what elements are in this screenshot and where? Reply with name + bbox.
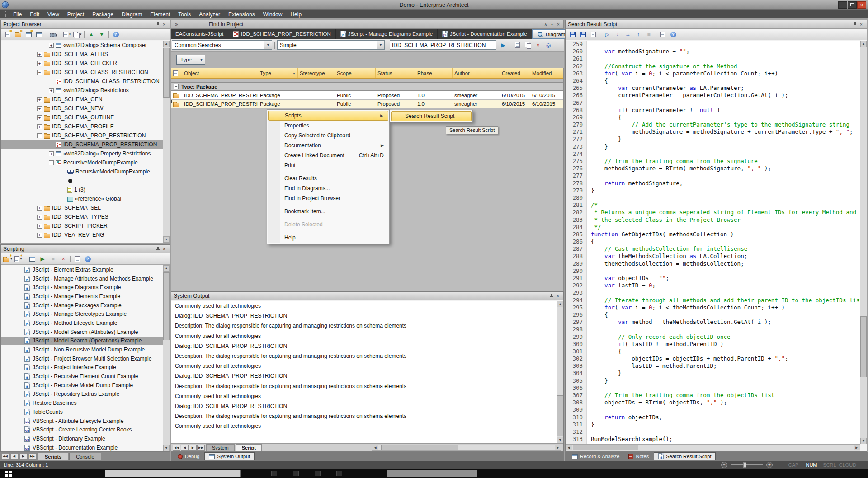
group-by-chip[interactable]: Type ▼: [176, 55, 205, 65]
scroll-down-icon[interactable]: ▼: [557, 437, 563, 443]
script-list-item[interactable]: Restore Baselines: [1, 398, 163, 408]
tree-item[interactable]: IDD_SCHEMA_PROP_RESTRICTION: [1, 140, 163, 149]
script-list-item[interactable]: JScript - Method Lifecycle Example: [1, 319, 163, 328]
nav-first-icon[interactable]: ◀◀: [1, 453, 9, 459]
menu-tools[interactable]: Tools: [174, 11, 195, 18]
save-icon[interactable]: [568, 30, 577, 39]
refresh-scripts-icon[interactable]: [28, 254, 37, 263]
script-document-icon[interactable]: [73, 254, 82, 263]
taskbar-icon[interactable]: [271, 471, 277, 476]
taskbar-icon[interactable]: [336, 471, 342, 476]
dock-tab-record-analyze[interactable]: Record & Analyze: [568, 452, 623, 461]
help-icon[interactable]: [83, 254, 92, 263]
script-list-item[interactable]: JScript - Manage Stereotypes Example: [1, 309, 163, 319]
menu-package[interactable]: Package: [88, 11, 118, 18]
help-icon[interactable]: [111, 30, 120, 39]
tree-item[interactable]: −IDD_SCHEMA_PROP_RESTRICTION: [1, 131, 163, 140]
close-icon[interactable]: ×: [161, 21, 167, 28]
close-icon[interactable]: ×: [555, 293, 561, 299]
new-package-icon[interactable]: *: [14, 30, 23, 39]
output-hscrollbar[interactable]: ◀ ▶: [372, 445, 561, 451]
run-debug-icon[interactable]: ▷: [603, 30, 612, 39]
tree-item[interactable]: +«win32Dialog» Restrictions: [1, 86, 163, 95]
expand-icon[interactable]: +: [49, 151, 54, 156]
dock-tab-console[interactable]: Console: [69, 453, 101, 460]
expand-icon[interactable]: +: [37, 97, 42, 102]
new-project-icon[interactable]: *: [3, 30, 12, 39]
script-list-item[interactable]: VBScript - Attribute Lifecycle Example: [1, 417, 163, 426]
menu-element[interactable]: Element: [146, 11, 174, 18]
column-icon-header[interactable]: [171, 68, 182, 78]
tree-item[interactable]: [1, 176, 163, 185]
search-options-icon[interactable]: ◎: [544, 41, 553, 50]
new-script-group-icon[interactable]: *▾: [3, 254, 12, 263]
save-all-icon[interactable]: [578, 30, 587, 39]
expand-icon[interactable]: +: [37, 115, 42, 120]
context-menu-item-find-in-diagrams[interactable]: Find in Diagrams...: [268, 183, 388, 193]
output-tab-script[interactable]: Script: [236, 444, 262, 451]
scroll-up-icon[interactable]: ▲: [163, 41, 170, 47]
result-row[interactable]: IDD_SCHEMA_PROP_RESTRICT...PackagePublic…: [171, 100, 563, 108]
run-search-icon[interactable]: ▶: [499, 41, 508, 50]
new-script-icon[interactable]: *▾: [14, 254, 23, 263]
script-list-item[interactable]: JScript - Project Browser Multi Selectio…: [1, 354, 163, 363]
expand-icon[interactable]: +: [49, 88, 54, 93]
chevron-down-icon[interactable]: ▼: [377, 41, 384, 49]
context-menu-item-documentation[interactable]: Documentation▶: [268, 141, 388, 150]
search-mode-combo[interactable]: Simple ▼: [277, 40, 385, 50]
tree-item[interactable]: +«win32Dialog» Schema Composer: [1, 41, 163, 50]
scrollbar-thumb[interactable]: [860, 316, 867, 377]
caret-down-icon[interactable]: ▼: [549, 21, 555, 28]
tree-item[interactable]: +IDD_SCHEMA_CHECKER: [1, 59, 163, 68]
tree-item[interactable]: 1 (3): [1, 185, 163, 194]
context-menu-item-properties[interactable]: Properties...: [268, 121, 388, 131]
menu-window[interactable]: Window: [259, 11, 287, 18]
dock-tab-system-output[interactable]: System Output: [204, 452, 255, 460]
editor-hscrollbar[interactable]: ◀ ▶: [566, 444, 860, 451]
search-builder-icon[interactable]: [513, 41, 522, 50]
scroll-down-icon[interactable]: ▼: [860, 438, 867, 444]
script-list-item[interactable]: JScript - Element Extras Example: [1, 265, 163, 274]
tree-item[interactable]: IDD_SCHEMA_CLASS_RESTRICTION: [1, 77, 163, 86]
maximize-button[interactable]: [848, 1, 857, 9]
nav-next-icon[interactable]: ▶: [19, 453, 27, 459]
result-row[interactable]: IDD_SCHEMA_PROP_RESTRICT...PackagePublic…: [171, 91, 563, 99]
context-menu-item-scripts[interactable]: Scripts▶: [268, 111, 388, 121]
scroll-up-icon[interactable]: ▲: [860, 41, 867, 47]
chevron-down-icon[interactable]: ▼: [264, 41, 272, 49]
code-editor[interactable]: 259260 var methodSignature = "";261262 /…: [566, 41, 860, 444]
close-icon[interactable]: ×: [555, 21, 561, 28]
dock-tab-notes[interactable]: Notes: [624, 452, 653, 461]
expand-icon[interactable]: +: [37, 224, 42, 229]
context-menu-item-clear-results[interactable]: Clear Results: [268, 173, 388, 183]
script-list-item[interactable]: JScript - Recursive Model Dump Example: [1, 381, 163, 390]
nav-prev-icon[interactable]: ◀: [10, 453, 18, 459]
doc-tab-jscript-documentation-example[interactable]: JScript - Documentation Example: [438, 29, 532, 39]
menu-extensions[interactable]: Extensions: [224, 11, 259, 18]
collapse-chevron-icon[interactable]: ∧: [542, 21, 549, 28]
script-list-item[interactable]: JScript - Repository Extras Example: [1, 390, 163, 399]
taskbar-icon[interactable]: [315, 471, 321, 476]
pin-icon[interactable]: [155, 21, 161, 28]
stop-script-icon[interactable]: ■: [48, 254, 57, 263]
collapse-icon[interactable]: −: [37, 133, 42, 138]
scroll-left-icon[interactable]: ◀: [566, 445, 572, 450]
delete-script-icon[interactable]: ×: [59, 254, 68, 263]
context-menu-item-help[interactable]: Help: [268, 233, 388, 243]
close-button[interactable]: ×: [857, 1, 866, 9]
close-icon[interactable]: ×: [161, 246, 167, 252]
help-icon[interactable]: [669, 30, 678, 39]
script-list-item[interactable]: JScript - Manage Diagrams Example: [1, 283, 163, 292]
scroll-right-icon[interactable]: ▶: [854, 445, 860, 450]
scroll-right-icon[interactable]: ▶: [555, 445, 561, 450]
expand-icon[interactable]: +: [49, 43, 54, 48]
move-down-icon[interactable]: ▼: [97, 30, 106, 39]
minimize-button[interactable]: —: [838, 1, 847, 9]
menu-file[interactable]: File: [9, 11, 26, 18]
column-header-scope[interactable]: Scope: [335, 68, 376, 78]
new-element-icon[interactable]: [34, 30, 43, 39]
expand-icon[interactable]: +: [37, 106, 42, 111]
nav-next-icon[interactable]: ▶: [189, 445, 197, 451]
script-list-item[interactable]: JScript - Model Search (Operations) Exam…: [1, 337, 163, 346]
scroll-up-icon[interactable]: ▲: [557, 301, 563, 307]
